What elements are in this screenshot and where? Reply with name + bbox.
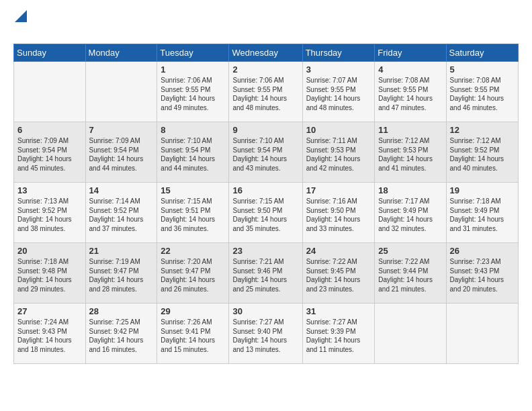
- calendar-cell: 23Sunrise: 7:21 AM Sunset: 9:46 PM Dayli…: [229, 243, 302, 304]
- calendar-cell: [446, 304, 518, 364]
- calendar-cell: 20Sunrise: 7:18 AM Sunset: 9:48 PM Dayli…: [14, 243, 86, 304]
- day-number: 6: [17, 125, 82, 135]
- calendar-cell: 16Sunrise: 7:15 AM Sunset: 9:50 PM Dayli…: [229, 183, 302, 243]
- calendar-cell: 26Sunrise: 7:23 AM Sunset: 9:43 PM Dayli…: [446, 243, 518, 304]
- day-info: Sunrise: 7:25 AM Sunset: 9:42 PM Dayligh…: [89, 318, 154, 354]
- day-info: Sunrise: 7:15 AM Sunset: 9:50 PM Dayligh…: [232, 197, 298, 233]
- day-number: 4: [378, 64, 442, 75]
- page: SundayMondayTuesdayWednesdayThursdayFrid…: [0, 0, 532, 411]
- day-info: Sunrise: 7:26 AM Sunset: 9:41 PM Dayligh…: [161, 318, 225, 354]
- day-info: Sunrise: 7:18 AM Sunset: 9:48 PM Dayligh…: [17, 257, 82, 293]
- calendar-cell: 28Sunrise: 7:25 AM Sunset: 9:42 PM Dayli…: [85, 304, 157, 364]
- day-number: 9: [232, 125, 298, 135]
- day-number: 12: [450, 125, 515, 135]
- calendar-cell: 14Sunrise: 7:14 AM Sunset: 9:52 PM Dayli…: [85, 183, 157, 243]
- calendar-cell: [14, 62, 86, 122]
- day-info: Sunrise: 7:15 AM Sunset: 9:51 PM Dayligh…: [161, 197, 225, 233]
- day-info: Sunrise: 7:14 AM Sunset: 9:52 PM Dayligh…: [89, 197, 154, 233]
- day-number: 7: [89, 125, 154, 135]
- day-number: 5: [450, 64, 515, 75]
- day-number: 3: [306, 64, 371, 75]
- calendar-cell: 4Sunrise: 7:08 AM Sunset: 9:55 PM Daylig…: [375, 62, 446, 122]
- calendar-header-friday: Friday: [375, 44, 446, 62]
- calendar-cell: 17Sunrise: 7:16 AM Sunset: 9:50 PM Dayli…: [302, 183, 375, 243]
- day-number: 25: [378, 246, 442, 256]
- day-info: Sunrise: 7:11 AM Sunset: 9:53 PM Dayligh…: [306, 136, 371, 173]
- calendar-week-5: 27Sunrise: 7:24 AM Sunset: 9:43 PM Dayli…: [14, 304, 519, 364]
- calendar-week-2: 6Sunrise: 7:09 AM Sunset: 9:54 PM Daylig…: [14, 122, 519, 183]
- calendar-cell: 22Sunrise: 7:20 AM Sunset: 9:47 PM Dayli…: [157, 243, 229, 304]
- day-number: 18: [378, 185, 442, 195]
- day-number: 2: [232, 64, 298, 75]
- calendar-cell: 10Sunrise: 7:11 AM Sunset: 9:53 PM Dayli…: [302, 122, 375, 183]
- day-number: 21: [89, 246, 154, 256]
- day-number: 16: [232, 185, 298, 195]
- calendar-week-3: 13Sunrise: 7:13 AM Sunset: 9:52 PM Dayli…: [14, 183, 519, 243]
- day-number: 29: [161, 306, 225, 316]
- day-number: 23: [232, 246, 298, 256]
- calendar-cell: 6Sunrise: 7:09 AM Sunset: 9:54 PM Daylig…: [14, 122, 86, 183]
- calendar-cell: 18Sunrise: 7:17 AM Sunset: 9:49 PM Dayli…: [375, 183, 446, 243]
- calendar-header-thursday: Thursday: [302, 44, 375, 62]
- day-number: 19: [450, 185, 515, 195]
- day-number: 31: [306, 306, 371, 316]
- calendar-cell: 31Sunrise: 7:27 AM Sunset: 9:39 PM Dayli…: [302, 304, 375, 364]
- day-number: 17: [306, 185, 371, 195]
- day-info: Sunrise: 7:08 AM Sunset: 9:55 PM Dayligh…: [450, 76, 515, 112]
- calendar-header-sunday: Sunday: [14, 44, 86, 62]
- calendar-cell: [375, 304, 446, 364]
- calendar-cell: 9Sunrise: 7:10 AM Sunset: 9:54 PM Daylig…: [229, 122, 302, 183]
- calendar-week-1: 1Sunrise: 7:06 AM Sunset: 9:55 PM Daylig…: [14, 62, 519, 122]
- day-info: Sunrise: 7:23 AM Sunset: 9:43 PM Dayligh…: [450, 257, 515, 293]
- day-info: Sunrise: 7:20 AM Sunset: 9:47 PM Dayligh…: [161, 257, 225, 293]
- day-info: Sunrise: 7:16 AM Sunset: 9:50 PM Dayligh…: [306, 197, 371, 233]
- day-number: 30: [232, 306, 298, 316]
- calendar-cell: 19Sunrise: 7:18 AM Sunset: 9:49 PM Dayli…: [446, 183, 518, 243]
- day-number: 20: [17, 246, 82, 256]
- day-info: Sunrise: 7:13 AM Sunset: 9:52 PM Dayligh…: [17, 197, 82, 233]
- day-number: 13: [17, 185, 82, 195]
- day-info: Sunrise: 7:27 AM Sunset: 9:39 PM Dayligh…: [306, 318, 371, 354]
- day-number: 10: [306, 125, 371, 135]
- day-info: Sunrise: 7:09 AM Sunset: 9:54 PM Dayligh…: [89, 136, 154, 173]
- calendar-cell: 3Sunrise: 7:07 AM Sunset: 9:55 PM Daylig…: [302, 62, 375, 122]
- day-number: 8: [161, 125, 225, 135]
- logo-text: [13, 10, 27, 22]
- day-number: 15: [161, 185, 225, 195]
- calendar-cell: 24Sunrise: 7:22 AM Sunset: 9:45 PM Dayli…: [302, 243, 375, 304]
- day-number: 28: [89, 306, 154, 316]
- day-number: 11: [378, 125, 442, 135]
- day-info: Sunrise: 7:21 AM Sunset: 9:46 PM Dayligh…: [232, 257, 298, 293]
- calendar-cell: 25Sunrise: 7:22 AM Sunset: 9:44 PM Dayli…: [375, 243, 446, 304]
- day-info: Sunrise: 7:24 AM Sunset: 9:43 PM Dayligh…: [17, 318, 82, 354]
- day-info: Sunrise: 7:06 AM Sunset: 9:55 PM Dayligh…: [161, 76, 225, 112]
- day-info: Sunrise: 7:18 AM Sunset: 9:49 PM Dayligh…: [450, 197, 515, 233]
- calendar-cell: 11Sunrise: 7:12 AM Sunset: 9:53 PM Dayli…: [375, 122, 446, 183]
- svg-marker-0: [15, 10, 27, 22]
- calendar-cell: 8Sunrise: 7:10 AM Sunset: 9:54 PM Daylig…: [157, 122, 229, 183]
- calendar-cell: 1Sunrise: 7:06 AM Sunset: 9:55 PM Daylig…: [157, 62, 229, 122]
- day-info: Sunrise: 7:12 AM Sunset: 9:53 PM Dayligh…: [378, 136, 442, 173]
- day-number: 24: [306, 246, 371, 256]
- day-info: Sunrise: 7:06 AM Sunset: 9:55 PM Dayligh…: [232, 76, 298, 112]
- day-number: 14: [89, 185, 154, 195]
- calendar-header-row: SundayMondayTuesdayWednesdayThursdayFrid…: [14, 44, 519, 62]
- day-info: Sunrise: 7:27 AM Sunset: 9:40 PM Dayligh…: [232, 318, 298, 354]
- day-info: Sunrise: 7:19 AM Sunset: 9:47 PM Dayligh…: [89, 257, 154, 293]
- day-info: Sunrise: 7:07 AM Sunset: 9:55 PM Dayligh…: [306, 76, 371, 112]
- day-number: 26: [450, 246, 515, 256]
- calendar-cell: 5Sunrise: 7:08 AM Sunset: 9:55 PM Daylig…: [446, 62, 518, 122]
- calendar-header-tuesday: Tuesday: [157, 44, 229, 62]
- calendar-week-4: 20Sunrise: 7:18 AM Sunset: 9:48 PM Dayli…: [14, 243, 519, 304]
- day-number: 27: [17, 306, 82, 316]
- day-info: Sunrise: 7:17 AM Sunset: 9:49 PM Dayligh…: [378, 197, 442, 233]
- logo-triangle-icon: [15, 10, 27, 22]
- header: [13, 10, 519, 37]
- calendar-cell: 27Sunrise: 7:24 AM Sunset: 9:43 PM Dayli…: [14, 304, 86, 364]
- calendar-table: SundayMondayTuesdayWednesdayThursdayFrid…: [13, 44, 519, 364]
- day-info: Sunrise: 7:09 AM Sunset: 9:54 PM Dayligh…: [17, 136, 82, 173]
- day-info: Sunrise: 7:10 AM Sunset: 9:54 PM Dayligh…: [232, 136, 298, 173]
- logo: [13, 10, 27, 37]
- day-info: Sunrise: 7:08 AM Sunset: 9:55 PM Dayligh…: [378, 76, 442, 112]
- calendar-cell: 2Sunrise: 7:06 AM Sunset: 9:55 PM Daylig…: [229, 62, 302, 122]
